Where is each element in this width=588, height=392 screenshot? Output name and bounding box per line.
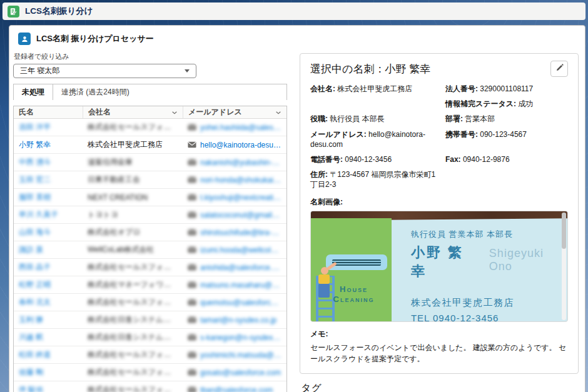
row-name-link[interactable]: 春和 北太 (14, 297, 83, 308)
row-name-link[interactable]: 伴 駿佑 (14, 384, 83, 392)
row-name-link[interactable]: 早川 久美子 (14, 209, 83, 220)
row-name-link[interactable]: 玉田 宏二 (14, 174, 83, 185)
card-sorter-app-icon (8, 6, 19, 18)
column-header-company[interactable]: 会社名 (83, 106, 183, 118)
tab-unprocessed[interactable]: 未処理 (14, 84, 53, 100)
row-email-link[interactable]: tban@salesforce.com (183, 386, 286, 392)
table-row[interactable]: 早川 久美子 トヨトヨ salatococonut@gmail.com (14, 206, 286, 224)
row-name-link[interactable]: 山田 海斗 (14, 227, 83, 238)
edit-button[interactable] (550, 61, 568, 77)
detail-field: メールアドレス: hello@kainotora-desu.com (310, 129, 439, 149)
row-company: 株式会社セールスフォース・ジャパン (83, 297, 183, 308)
table-header: 氏名 会社名 メールアドレス (14, 106, 286, 119)
main-card: LCS名刺 振り分けプロセッサー 登録者で絞り込み 三年 寝太郎 未処理 連携済… (9, 25, 585, 392)
row-email-link[interactable]: matsuno.masaharu@moneyforw... (183, 281, 286, 289)
row-email-link[interactable]: quemotsu@salesforce.com (183, 298, 286, 307)
cleaner-illustration (318, 284, 330, 298)
row-email-link[interactable]: tamari@n-sysdex.co.jp (183, 316, 286, 324)
table-row[interactable]: 中西 湧斗 湯葉信用金庫 nakanishi@yubashin-co.com (14, 154, 286, 171)
card-name: 小野 繁幸 (411, 243, 477, 281)
row-name-link[interactable]: 玉利 勝 (14, 314, 83, 325)
table-row[interactable]: 服部 直樹 NEXT CREATION t.kiyoshuji@nextcrea… (14, 189, 286, 206)
row-name-link[interactable]: 川越 航 (14, 332, 83, 343)
table-row[interactable]: 諏訪 泉 WellCoLab株式会社 izumi.hooda@wellcolab… (14, 241, 286, 259)
card-image-scrollbar-thumb[interactable] (562, 213, 566, 249)
detail-field: Fax: 0940-12-9876 (445, 154, 568, 164)
sort-chevron-icon[interactable] (171, 109, 178, 116)
row-name-link[interactable]: 佐藤 剛 (14, 367, 83, 378)
global-header: LCS名刺振り分け (3, 3, 585, 20)
mail-icon (188, 124, 196, 131)
row-company: 株式会社セールスフォース・ジャパン (83, 384, 183, 392)
table-row[interactable]: 松野 正晴 株式会社マネーフォワード matsuno.masaharu@mone… (14, 276, 286, 294)
row-company: 株式会社甲斐虎工務店 (83, 139, 183, 150)
mail-icon (188, 386, 196, 392)
row-email-link[interactable]: t.kiyoshuji@nextcreation.design (183, 193, 286, 202)
row-name-link[interactable]: 松野 正晴 (14, 279, 83, 290)
row-name-link[interactable]: 諏訪 泉 (14, 244, 83, 255)
table-body: 吉田 洋平 株式会社セールスフォース・ジャパン yohei.hashiida@s… (14, 119, 286, 392)
table-row[interactable]: 佐藤 剛 株式会社セールスフォース・ジャパン gosato@salesforce… (14, 364, 286, 381)
card-image-scrollbar[interactable] (562, 213, 566, 320)
table-row[interactable]: 吉田 洋平 株式会社セールスフォース・ジャパン yohei.hashiida@s… (14, 119, 286, 136)
card-image-label: 名刺画像: (310, 197, 568, 208)
row-name-link[interactable]: 吉田 洋平 (14, 122, 83, 133)
business-card-table: 氏名 会社名 メールアドレス 吉田 洋平 株式会社セールスフォース・ジャパン y… (13, 106, 287, 392)
processor-title: LCS名刺 振り分けプロセッサー (36, 33, 154, 44)
row-company: 株式会社セールスフォース・ジャパン (83, 367, 183, 378)
row-company: 株式会社日進システムデザイン (83, 314, 183, 325)
row-email-link[interactable]: hello@kainotora-desu.com (183, 141, 286, 149)
tab-linked-24h[interactable]: 連携済 (過去24時間) (53, 84, 138, 100)
card-text-block: 執行役員 営業本部 本部長 小野 繁幸 Shigeyuki Ono 株式会社甲斐… (411, 229, 567, 322)
sort-chevron-icon[interactable] (275, 109, 281, 116)
table-row[interactable]: 松田 終道 株式会社セールスフォース・ジャパン yoshimichi.matsu… (14, 346, 286, 364)
detail-field: 携帯番号: 090-123-4567 (445, 129, 568, 149)
tags-heading: タグ (301, 382, 579, 392)
row-name-link[interactable]: 西田 晶子 (14, 262, 83, 273)
row-company: 湯葉信用金庫 (83, 157, 183, 168)
table-row[interactable]: 玉利 勝 株式会社日進システムデザイン tamari@n-sysdex.co.j… (14, 311, 286, 329)
row-name-link[interactable]: 松田 終道 (14, 349, 83, 360)
business-card-image: House Cleaning 執行役員 営業本部 本部長 小野 繁幸 Shige… (310, 211, 568, 322)
card-company: 株式会社甲斐虎工務店 (411, 297, 567, 309)
detail-field: 役職: 執行役員 本部長 (310, 114, 439, 124)
table-row[interactable]: 春和 北太 株式会社セールスフォース・ジャパン quemotsu@salesfo… (14, 294, 286, 311)
row-email-link[interactable]: yohei.hashiida@salesforce.com (183, 123, 286, 132)
table-row[interactable]: 川越 航 株式会社日進システムデザイン s-kanegon@n-sysdex.c… (14, 329, 286, 346)
row-name-link[interactable]: 服部 直樹 (14, 192, 83, 203)
row-email-link[interactable]: anishida@salesforce.com (183, 263, 286, 272)
row-email-link[interactable]: shirotsuchifude@bra-bo.net (183, 228, 286, 237)
mail-icon (188, 176, 196, 183)
registrant-filter-select[interactable]: 三年 寝太郎 (13, 64, 196, 78)
row-email-link[interactable]: nori-honda@shokukai.ne.jp (183, 176, 286, 184)
detail-field: 法人番号: 3290001108117 (445, 84, 568, 94)
detail-field: 会社名: 株式会社甲斐虎工務店 (310, 84, 439, 94)
row-name-link[interactable]: 中西 湧斗 (14, 157, 83, 168)
table-row[interactable]: 伴 駿佑 株式会社セールスフォース・ジャパン tban@salesforce.c… (14, 381, 286, 392)
row-email-link[interactable]: gosato@salesforce.com (183, 368, 286, 377)
row-email-link[interactable]: s-kanegon@n-sysdex.co.jp (183, 333, 286, 342)
card-tel: TEL 0940-12-3456 (411, 313, 567, 322)
row-email-link[interactable]: izumi.hooda@wellcolab.jp (183, 246, 286, 254)
row-email-link[interactable]: salatococonut@gmail.com (183, 211, 286, 219)
row-email-link[interactable]: nakanishi@yubashin-co.com (183, 158, 286, 167)
table-row[interactable]: 山田 海斗 株式会社オブロ shirotsuchifude@bra-bo.net (14, 224, 286, 241)
mail-icon (188, 159, 196, 166)
mail-icon (188, 369, 196, 376)
table-row[interactable]: 西田 晶子 株式会社セールスフォース・ジャパン anishida@salesfo… (14, 259, 286, 276)
column-header-name[interactable]: 氏名 (14, 106, 83, 118)
mail-icon (188, 299, 196, 306)
mail-icon (188, 246, 196, 253)
row-company: トヨトヨ (83, 209, 183, 220)
card-role-line: 執行役員 営業本部 本部長 (411, 229, 567, 240)
table-row[interactable]: 玉田 宏二 日東不動産工会 nori-honda@shokukai.ne.jp (14, 171, 286, 189)
table-row[interactable]: 小野 繁幸 株式会社甲斐虎工務店 hello@kainotora-desu.co… (14, 136, 286, 154)
row-company: 株式会社セールスフォース・ジャパン (83, 122, 183, 133)
column-header-email[interactable]: メールアドレス (183, 106, 286, 118)
row-email-link[interactable]: yoshimichi.matsuda@salesforc... (183, 351, 286, 359)
row-company: 日東不動産工会 (83, 174, 183, 185)
memo-label: メモ: (310, 329, 568, 339)
detail-fields: 会社名: 株式会社甲斐虎工務店 法人番号: 3290001108117 情報補完… (310, 84, 568, 190)
row-name-link[interactable]: 小野 繁幸 (14, 139, 83, 150)
mail-icon (188, 316, 196, 323)
